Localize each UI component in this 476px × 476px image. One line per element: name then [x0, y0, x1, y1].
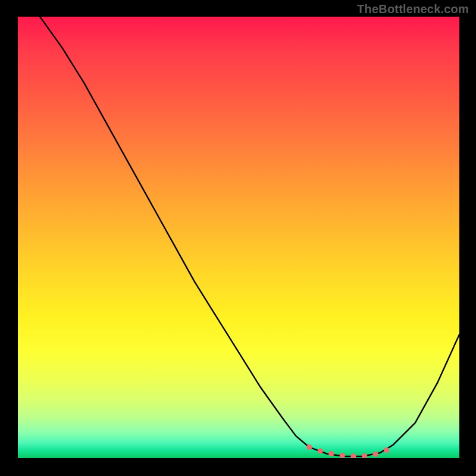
watermark-text: TheBottleneck.com — [357, 2, 469, 16]
highlight-dot — [372, 452, 378, 457]
highlight-dot — [384, 447, 389, 453]
plot-area — [18, 17, 459, 458]
highlight-dot — [328, 451, 334, 456]
highlight-dot — [340, 453, 345, 458]
curve-svg — [18, 17, 459, 458]
highlight-dot — [318, 449, 323, 454]
highlight-dot — [350, 453, 356, 458]
highlight-dot — [306, 444, 312, 450]
main-curve — [40, 17, 459, 456]
highlight-dot — [362, 453, 367, 458]
chart-frame: TheBottleneck.com — [0, 0, 476, 476]
